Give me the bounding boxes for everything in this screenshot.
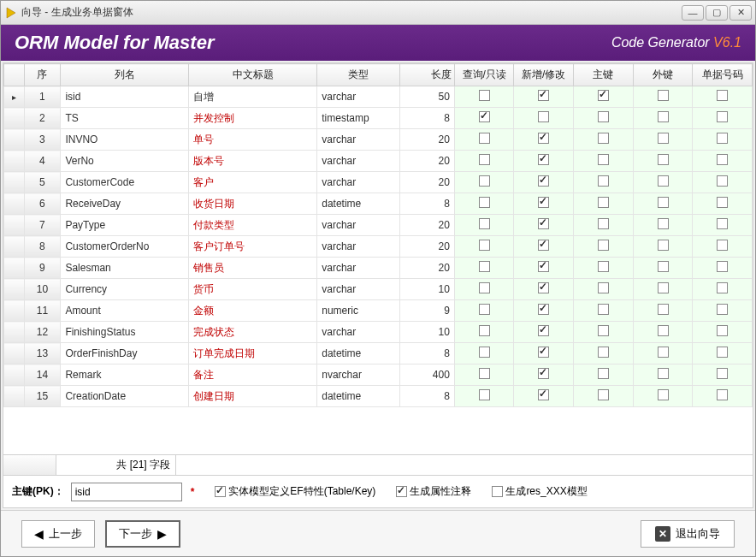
row-indicator-cell[interactable]: [4, 193, 25, 215]
row-am[interactable]: [514, 151, 574, 172]
grid-checkbox[interactable]: [479, 90, 490, 101]
row-pk[interactable]: [574, 108, 634, 129]
row-am[interactable]: [514, 193, 574, 215]
row-fk[interactable]: [633, 258, 693, 279]
row-pk[interactable]: [574, 258, 634, 279]
grid-checkbox[interactable]: [479, 304, 490, 315]
grid-checkbox[interactable]: [479, 133, 490, 144]
row-colname[interactable]: CustomerCode: [61, 172, 189, 193]
row-cn[interactable]: 客户订单号: [189, 236, 317, 258]
col-header-doc[interactable]: 单据号码: [693, 64, 753, 86]
opt-comment[interactable]: 生成属性注释: [396, 484, 471, 499]
row-doc[interactable]: [693, 236, 753, 258]
grid-checkbox[interactable]: [479, 240, 490, 251]
row-colname[interactable]: VerNo: [61, 151, 189, 172]
row-type[interactable]: varchar: [317, 86, 399, 108]
row-colname[interactable]: PayType: [61, 215, 189, 236]
grid-checkbox[interactable]: [598, 368, 609, 379]
row-pk[interactable]: [574, 343, 634, 364]
row-am[interactable]: [514, 86, 574, 108]
row-pk[interactable]: [574, 300, 634, 322]
row-type[interactable]: nvarchar: [317, 364, 399, 386]
grid-checkbox[interactable]: [658, 197, 669, 208]
row-indicator-cell[interactable]: [4, 151, 25, 172]
row-fk[interactable]: [633, 300, 693, 322]
row-colname[interactable]: FinishingStatus: [61, 322, 189, 343]
grid-checkbox[interactable]: [479, 175, 490, 187]
grid-checkbox[interactable]: [538, 175, 549, 187]
row-colname[interactable]: CustomerOrderNo: [61, 236, 189, 258]
table-row[interactable]: 6ReceiveDay收货日期datetime8: [4, 193, 753, 215]
grid-checkbox[interactable]: [479, 261, 490, 272]
row-doc[interactable]: [693, 322, 753, 343]
col-header-type[interactable]: 类型: [317, 64, 399, 86]
grid-checkbox[interactable]: [538, 90, 549, 101]
row-cn[interactable]: 自增: [189, 86, 317, 108]
grid-checkbox[interactable]: [538, 197, 549, 208]
row-colname[interactable]: OrderFinishDay: [61, 343, 189, 364]
row-len[interactable]: 10: [399, 322, 454, 343]
grid-checkbox[interactable]: [598, 282, 609, 293]
grid-checkbox[interactable]: [479, 325, 490, 336]
row-colname[interactable]: Salesman: [61, 258, 189, 279]
row-colname[interactable]: ReceiveDay: [61, 193, 189, 215]
grid-checkbox[interactable]: [717, 133, 728, 144]
row-indicator-cell[interactable]: [4, 215, 25, 236]
row-am[interactable]: [514, 236, 574, 258]
opt-res-checkbox[interactable]: [492, 486, 503, 497]
row-qr[interactable]: [454, 343, 514, 364]
grid-checkbox[interactable]: [717, 154, 728, 165]
grid-checkbox[interactable]: [717, 218, 728, 229]
col-header-qr[interactable]: 查询/只读: [454, 64, 514, 86]
row-qr[interactable]: [454, 129, 514, 151]
row-fk[interactable]: [633, 129, 693, 151]
grid-checkbox[interactable]: [479, 218, 490, 229]
opt-ef[interactable]: 实体模型定义EF特性(Table/Key): [215, 484, 375, 499]
row-doc[interactable]: [693, 172, 753, 193]
row-cn[interactable]: 完成状态: [189, 322, 317, 343]
table-row[interactable]: 13OrderFinishDay订单完成日期datetime8: [4, 343, 753, 364]
grid-checkbox[interactable]: [479, 111, 490, 122]
grid-checkbox[interactable]: [717, 347, 728, 358]
row-pk[interactable]: [574, 364, 634, 386]
table-row[interactable]: 2TS并发控制timestamp8: [4, 108, 753, 129]
row-fk[interactable]: [633, 364, 693, 386]
row-indicator-cell[interactable]: [4, 236, 25, 258]
grid-checkbox[interactable]: [479, 347, 490, 358]
grid-checkbox[interactable]: [538, 218, 549, 229]
row-doc[interactable]: [693, 258, 753, 279]
table-row[interactable]: 15CreationDate创建日期datetime8: [4, 386, 753, 407]
row-indicator-cell[interactable]: [4, 386, 25, 407]
grid-scroll[interactable]: 序 列名 中文标题 类型 长度 查询/只读 新增/修改 主键 外键 单据号码 ▸: [3, 63, 753, 454]
row-indicator-cell[interactable]: [4, 279, 25, 300]
row-qr[interactable]: [454, 151, 514, 172]
grid-checkbox[interactable]: [658, 304, 669, 315]
row-cn[interactable]: 金额: [189, 300, 317, 322]
row-colname[interactable]: INVNO: [61, 129, 189, 151]
grid-checkbox[interactable]: [538, 389, 549, 400]
minimize-button[interactable]: —: [682, 5, 704, 21]
row-indicator-cell[interactable]: [4, 258, 25, 279]
grid-checkbox[interactable]: [717, 90, 728, 101]
grid-checkbox[interactable]: [598, 347, 609, 358]
grid-checkbox[interactable]: [717, 304, 728, 315]
row-am[interactable]: [514, 322, 574, 343]
row-am[interactable]: [514, 258, 574, 279]
row-cn[interactable]: 备注: [189, 364, 317, 386]
grid-checkbox[interactable]: [717, 368, 728, 379]
row-cn[interactable]: 版本号: [189, 151, 317, 172]
grid-checkbox[interactable]: [538, 325, 549, 336]
row-type[interactable]: varchar: [317, 151, 399, 172]
row-len[interactable]: 20: [399, 258, 454, 279]
table-row[interactable]: 11Amount金额numeric9: [4, 300, 753, 322]
row-colname[interactable]: isid: [61, 86, 189, 108]
row-fk[interactable]: [633, 172, 693, 193]
row-pk[interactable]: [574, 129, 634, 151]
row-am[interactable]: [514, 108, 574, 129]
grid-checkbox[interactable]: [598, 261, 609, 272]
col-header-fk[interactable]: 外键: [633, 64, 693, 86]
grid-checkbox[interactable]: [658, 325, 669, 336]
grid-checkbox[interactable]: [598, 175, 609, 187]
row-type[interactable]: varchar: [317, 215, 399, 236]
grid-checkbox[interactable]: [717, 240, 728, 251]
